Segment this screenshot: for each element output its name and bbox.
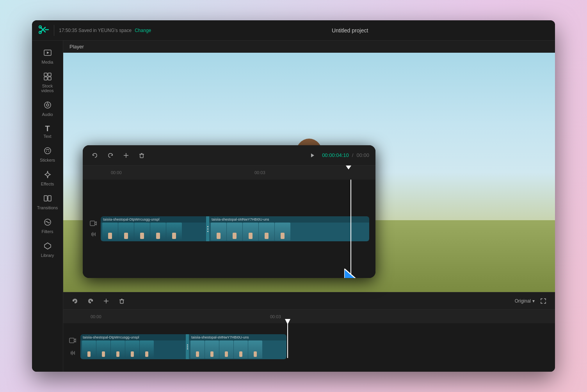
track-content: taisiia-shestopal-DtpWrrcusgg-unspl [80, 333, 550, 360]
popup-thumb-row-2 [209, 223, 292, 241]
popup-thumb-7 [227, 223, 242, 241]
text-label: Text [43, 134, 51, 139]
app-logo[interactable] [38, 25, 49, 36]
media-icon [43, 48, 52, 58]
popup-ruler-mark-1: 00:03 [254, 170, 265, 175]
thumb-row [80, 340, 155, 358]
svg-marker-35 [344, 269, 361, 278]
player-label: Player [63, 41, 555, 53]
svg-marker-33 [311, 153, 314, 157]
fullscreen-button[interactable] [538, 296, 549, 306]
dropdown-chevron: ▾ [532, 298, 535, 304]
thumb-2 [96, 340, 110, 358]
clip2-label: taisiia-shestopal-sMNwY7HBI0U-uns [189, 334, 286, 340]
app-window: 17:50:35 Saved in YEUNG's space Change U… [32, 20, 555, 372]
thumb-10 [248, 340, 262, 358]
popup-thumb-10 [275, 223, 290, 241]
thumb-6 [190, 340, 205, 358]
timeline-right: Original ▾ [515, 296, 549, 306]
popup-thumb-8 [243, 223, 258, 241]
track-video-icon[interactable] [68, 336, 77, 345]
svg-rect-34 [90, 221, 95, 226]
track-controls [68, 336, 77, 358]
thumb-9 [234, 340, 248, 358]
popup-thumb-3 [134, 223, 150, 241]
clip-divider[interactable] [186, 334, 189, 359]
timeline-ruler: 00:00 00:03 [63, 309, 555, 323]
popup-playhead-line [350, 180, 351, 278]
popup-clip2-label: taisiia-shestopal-sMNwY7HBI0U-uns [209, 216, 369, 223]
popup-ruler: 00:00 00:03 [83, 166, 375, 180]
stickers-label: Stickers [40, 158, 55, 162]
thumb-row-2 [189, 340, 264, 358]
popup-thumb-5 [166, 223, 182, 241]
thumb-8 [219, 340, 233, 358]
popup-clip[interactable]: taisiia-shestopal-DtpWrrcusgg-unspl [101, 216, 369, 241]
library-icon [43, 242, 52, 251]
sidebar-item-transitions[interactable]: Transitions [35, 191, 60, 213]
popup-delete-button[interactable] [136, 150, 148, 161]
audio-label: Audio [42, 112, 53, 117]
header-status: 17:50:35 Saved in YEUNG's space [59, 28, 132, 33]
thumb-3 [111, 340, 125, 358]
sidebar-item-library[interactable]: Library [35, 239, 60, 261]
original-dropdown[interactable]: Original ▾ [515, 298, 535, 304]
svg-rect-11 [48, 77, 51, 80]
timeline-area: 00:00 00:03 [63, 309, 555, 372]
main-content: Media Stock videos [32, 41, 555, 372]
popup-current-time: 00:00:04:10 [322, 152, 349, 158]
popup-undo-button[interactable] [89, 150, 101, 161]
popup-video-icon[interactable] [89, 219, 98, 228]
svg-rect-27 [69, 338, 74, 343]
sidebar-item-stickers[interactable]: Stickers [35, 143, 60, 166]
svg-point-13 [46, 104, 49, 106]
change-button[interactable]: Change [135, 28, 151, 33]
popup-playhead-top [346, 166, 351, 173]
sidebar: Media Stock videos [32, 41, 63, 372]
popup-play-button[interactable] [306, 149, 319, 162]
popup-audio-icon[interactable] [89, 230, 98, 239]
thumb-4 [125, 340, 139, 358]
video-clip-track[interactable]: taisiia-shestopal-DtpWrrcusgg-unspl [80, 334, 286, 359]
popup-cut-button[interactable] [120, 150, 132, 161]
redo-button[interactable] [85, 296, 96, 306]
ruler-mark-0: 00:00 [91, 314, 101, 319]
popup-track-controls [89, 219, 98, 239]
thumb-1 [82, 340, 96, 358]
sidebar-item-media[interactable]: Media [35, 45, 60, 68]
popup-track: taisiia-shestopal-DtpWrrcusgg-unspl [83, 180, 375, 278]
project-title: Untitled project [151, 27, 549, 34]
popup-clip-divider[interactable] [206, 216, 209, 241]
stickers-icon [43, 146, 52, 156]
popup-redo-button[interactable] [105, 150, 116, 161]
stock-videos-label: Stock videos [37, 84, 59, 93]
popup-clip-seg2: taisiia-shestopal-sMNwY7HBI0U-uns [209, 216, 369, 241]
sidebar-item-audio[interactable]: Audio [35, 98, 60, 120]
timeline-tracks: taisiia-shestopal-DtpWrrcusgg-unspl [63, 323, 555, 370]
cut-button[interactable] [101, 296, 112, 306]
sidebar-item-stock-videos[interactable]: Stock videos [35, 69, 60, 96]
popup-thumb-2 [118, 223, 134, 241]
header: 17:50:35 Saved in YEUNG's space Change U… [32, 20, 555, 41]
svg-rect-19 [48, 196, 51, 201]
delete-button[interactable] [116, 296, 127, 306]
sidebar-item-effects[interactable]: Effects [35, 167, 60, 189]
svg-point-16 [46, 151, 47, 152]
audio-icon [43, 101, 52, 110]
thumb-5 [140, 340, 154, 358]
popup-thumb-9 [259, 223, 274, 241]
popup-ruler-mark-0: 00:00 [111, 170, 122, 175]
sidebar-item-filters[interactable]: Filters [35, 215, 60, 237]
undo-button[interactable] [69, 296, 80, 306]
work-area: Player [63, 41, 555, 372]
svg-point-17 [48, 151, 49, 152]
svg-marker-7 [47, 52, 49, 54]
popup-clip1-label: taisiia-shestopal-DtpWrrcusgg-unspl [101, 216, 206, 223]
svg-rect-8 [44, 73, 47, 76]
original-label: Original [515, 298, 531, 304]
sidebar-item-text[interactable]: T Text [35, 121, 60, 142]
header-divider [54, 25, 54, 36]
track-audio-icon[interactable] [68, 348, 77, 358]
clip-segment-1: taisiia-shestopal-DtpWrrcusgg-unspl [80, 334, 186, 359]
media-label: Media [42, 60, 53, 64]
